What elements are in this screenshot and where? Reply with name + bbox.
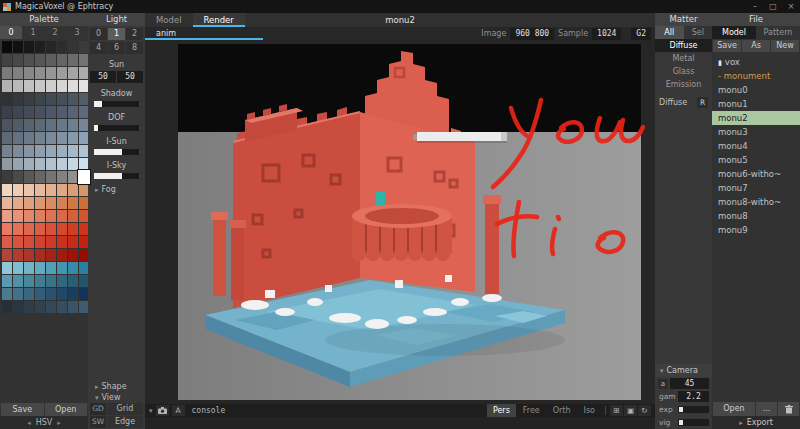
palette-swatch[interactable] [13,158,23,170]
palette-swatch[interactable] [46,197,56,209]
console-input[interactable]: console [192,406,226,415]
mode-next-icon[interactable]: ▸ [57,419,61,427]
palette-swatch[interactable] [46,106,56,118]
file-item[interactable]: monu4 [712,139,800,153]
palette-swatch[interactable] [68,288,78,300]
light-preset-4[interactable]: 4 [90,42,107,54]
tab-model[interactable]: Model [145,13,193,27]
file-item[interactable]: monu2 [712,111,800,125]
palette-swatch[interactable] [68,119,78,131]
material-metal[interactable]: Metal [655,52,712,65]
file-new-button[interactable]: New [771,40,799,52]
palette-swatch[interactable] [57,223,67,235]
camera-mode-pers[interactable]: Pers [487,404,516,417]
palette-swatch[interactable] [35,158,45,170]
palette-open-button[interactable]: Open [45,403,88,416]
palette-swatch[interactable] [35,54,45,66]
palette-swatch[interactable] [57,132,67,144]
palette-swatch[interactable] [57,158,67,170]
export-section[interactable]: ▸Export [712,416,800,429]
palette-swatch[interactable] [2,184,12,196]
palette-swatch[interactable] [46,171,56,183]
palette-swatch[interactable] [13,223,23,235]
palette-swatch[interactable] [2,197,12,209]
palette-swatch[interactable] [13,184,23,196]
palette-save-button[interactable]: Save [1,403,44,416]
palette-swatch[interactable] [13,275,23,287]
palette-swatch[interactable] [68,236,78,248]
light-preset-8[interactable]: 8 [126,42,143,54]
palette-swatch[interactable] [68,158,78,170]
channel-r-toggle[interactable]: R [697,97,708,108]
palette-swatch[interactable] [24,80,34,92]
camera-mode-iso[interactable]: Iso [578,404,601,417]
palette-swatch[interactable] [57,93,67,105]
palette-swatch[interactable] [2,301,12,313]
palette-swatch[interactable] [68,145,78,157]
palette-swatch[interactable] [13,80,23,92]
file-item[interactable]: monu8-witho~ [712,195,800,209]
palette-swatch[interactable] [13,197,23,209]
palette-tab-2[interactable]: 2 [44,26,66,39]
file-item[interactable]: monu7 [712,181,800,195]
palette-swatch[interactable] [46,249,56,261]
palette-swatch[interactable] [24,119,34,131]
tab-render[interactable]: Render [193,13,245,27]
palette-swatch[interactable] [57,145,67,157]
palette-swatch[interactable] [68,132,78,144]
delete-button[interactable] [778,402,799,416]
material-emission[interactable]: Emission [655,78,712,91]
maximize-button[interactable]: □ [764,0,782,13]
palette-swatch[interactable] [46,301,56,313]
image-size-field[interactable]: 960 800 [510,28,554,40]
palette-swatch[interactable] [2,158,12,170]
light-preset-6[interactable]: 6 [108,42,125,54]
palette-swatch[interactable] [68,197,78,209]
palette-mode-label[interactable]: HSV [36,418,53,427]
palette-swatch[interactable] [2,132,12,144]
frame-icon[interactable]: ▣ [624,405,637,416]
palette-swatch[interactable] [68,67,78,79]
palette-swatch[interactable] [68,301,78,313]
gd-toggle[interactable]: GD [90,403,106,415]
palette-swatch[interactable] [2,275,12,287]
palette-swatch[interactable] [24,210,34,222]
palette-swatch[interactable] [68,106,78,118]
palette-tab-3[interactable]: 3 [66,26,88,39]
view-section[interactable]: ▾View [88,391,145,402]
palette-swatch[interactable] [24,145,34,157]
palette-swatch[interactable] [57,184,67,196]
palette-swatch[interactable] [35,171,45,183]
palette-swatch[interactable] [13,132,23,144]
palette-swatch[interactable] [57,236,67,248]
palette-swatch[interactable] [46,275,56,287]
file-item[interactable]: monu0 [712,83,800,97]
palette-swatch[interactable] [24,197,34,209]
console-filter-icon[interactable]: ▾ [149,407,153,415]
palette-swatch[interactable] [24,54,34,66]
palette-swatch[interactable] [57,197,67,209]
shape-section[interactable]: ▸Shape [88,382,145,391]
palette-swatch[interactable] [57,288,67,300]
palette-swatch[interactable] [68,249,78,261]
rotate-view-icon[interactable]: ↻ [638,405,651,416]
close-button[interactable]: × [782,0,800,13]
sw-toggle[interactable]: SW [90,416,106,428]
palette-swatch[interactable] [24,41,34,53]
palette-swatch[interactable] [13,171,23,183]
palette-swatch[interactable] [46,262,56,274]
palette-swatch[interactable] [57,275,67,287]
palette-swatch[interactable] [13,119,23,131]
palette-swatch[interactable] [68,171,78,183]
palette-swatch[interactable] [13,249,23,261]
palette-swatch[interactable] [57,249,67,261]
palette-swatch[interactable] [2,80,12,92]
palette-swatch[interactable] [46,210,56,222]
camera-section-header[interactable]: ▾Camera [655,364,712,377]
palette-swatch[interactable] [46,236,56,248]
palette-swatch[interactable] [13,106,23,118]
palette-swatch[interactable] [57,171,67,183]
palette-swatch[interactable] [2,41,12,53]
palette-swatch[interactable] [2,145,12,157]
palette-swatch[interactable] [68,54,78,66]
